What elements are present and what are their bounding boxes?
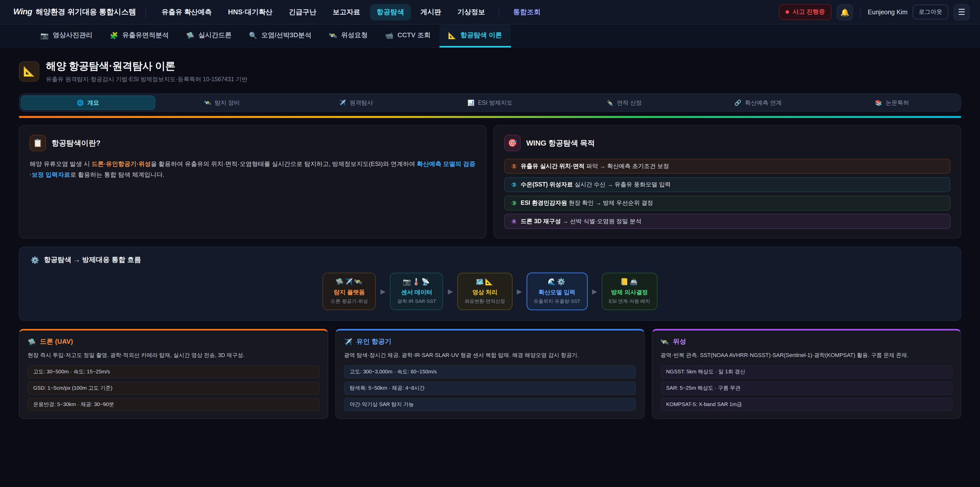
aircraft-spec-list: 고도: 300~3,000m · 속도: 60~150m/s 탐색폭: 5~50… (344, 365, 636, 411)
tab-remote-sensing[interactable]: ✈️ 원격탐사 (289, 96, 423, 110)
books-icon: 📚 (875, 99, 882, 106)
subnav-item-realtime-drone[interactable]: 🛸 실시간드론 (177, 24, 240, 48)
tab-area-calculation[interactable]: ✒️ 면적 산정 (557, 96, 691, 110)
camera-icon: 📷 (40, 31, 48, 39)
nav-divider (499, 6, 500, 18)
tab-label: 원격탐사 (350, 99, 373, 107)
subnav-label: 오염/선박3D분석 (261, 30, 311, 40)
chart-icon: 📊 (468, 99, 474, 106)
satellite-card-title: 🛰️ 위성 (660, 337, 953, 346)
platform-icons: 🛸✈️🛰️ (330, 278, 369, 286)
nav-item-spill-prediction[interactable]: 유출유 확산예측 (155, 4, 218, 20)
tab-papers-patents[interactable]: 📚 논문특허 (825, 96, 959, 110)
subnav-label: 항공탐색 이론 (460, 30, 502, 40)
gear-icon: ⚙️ (30, 256, 39, 264)
header-right: 사고 진행중 🔔 Eunjeong Kim 로그아웃 ☰ (779, 4, 970, 20)
goal-item-1: ① 유출유 실시간 위치·면적 파악 → 확산예측 초기조건 보정 (504, 159, 950, 174)
platform-cards-row: 🛸 드론 (UAV) 현장 즉시 투입·저고도 정밀 촬영. 광학·적외선 카메… (19, 329, 961, 418)
satellite-icon: 🛰️ (660, 338, 669, 345)
notifications-button[interactable]: 🔔 (837, 4, 853, 20)
user-divider (860, 6, 861, 18)
main-content: 📐 해양 항공탐색·원격탐사 이론 유출유 원격탐지·항공감시 기법·ESI 방… (0, 48, 980, 418)
incident-status-badge[interactable]: 사고 진행중 (779, 4, 832, 20)
triangle-ruler-icon: 📐 (23, 65, 35, 77)
subnav-item-satellite-request[interactable]: 🛰️ 위성요청 (320, 24, 376, 48)
circled-number-icon: ② (511, 181, 517, 188)
subnav-label: CCTV 조회 (397, 30, 431, 40)
spec-row: KOMPSAT-5: X-band SAR 1m급 (660, 398, 953, 411)
goal-list: ① 유출유 실시간 위치·면적 파악 → 확산예측 초기조건 보정 ② 수온(S… (504, 159, 950, 229)
subnav-item-pollution-ship-3d[interactable]: 🔍 오염/선박3D분석 (240, 24, 320, 48)
tab-label: 탐지 장비 (215, 99, 240, 107)
incident-status-label: 사고 진행중 (793, 8, 825, 16)
goal-text: 수온(SST) 위성자료 실시간 수신 → 유출유 풍화모델 입력 (520, 181, 671, 188)
platform-card-drone: 🛸 드론 (UAV) 현장 즉시 투입·저고도 정밀 촬영. 광학·적외선 카메… (19, 329, 328, 418)
subnav-item-cctv-view[interactable]: 📹 CCTV 조회 (376, 24, 439, 48)
sub-nav: 📷 영상사진관리 🧩 유출유면적분석 🛸 실시간드론 🔍 오염/선박3D분석 🛰… (0, 24, 980, 48)
map-ruler-icons: 🗺️📐 (465, 278, 505, 286)
tab-overview[interactable]: 🌐 개요 (21, 96, 155, 110)
nav-item-weather-info[interactable]: 기상정보 (451, 4, 492, 20)
app-logo[interactable]: Wing 해양환경 위기대응 통합시스템 (13, 7, 136, 17)
nav-item-aerial-search[interactable]: 항공탐색 (370, 4, 411, 20)
gradient-divider (19, 116, 961, 118)
drone-card-title: 🛸 드론 (UAV) (27, 337, 320, 346)
logout-button[interactable]: 로그아웃 (913, 5, 948, 19)
pen-icon: ✒️ (606, 99, 613, 106)
nav-item-reports[interactable]: 보고자료 (326, 4, 367, 20)
goals-card-head: 🎯 WING 항공탐색 목적 (504, 135, 950, 151)
subnav-label: 실시간드론 (198, 30, 231, 40)
sensor-icons: 📷🌡️📡 (397, 278, 436, 286)
app-title: 해양환경 위기대응 통합시스템 (36, 7, 136, 17)
ledger-ship-icons: 📒🚢 (609, 278, 650, 286)
overview-row: 📋 항공탐색이란? 해양 유류오염 발생 시 드론·유인항공기·위성을 활용하여… (19, 125, 961, 238)
aircraft-description: 광역 탐색·장시간 체공. 광학·IR·SAR·SLAR·UV 형광 센서 복합… (344, 351, 636, 359)
tab-detection-equipment[interactable]: 🛰️ 탐지 장비 (155, 96, 289, 110)
subnav-label: 위성요청 (341, 30, 368, 40)
wave-gear-icons: 🌊⚙️ (534, 278, 580, 286)
satellite-icon: 🛰️ (329, 31, 337, 39)
spec-row: 고도: 300~3,000m · 속도: 60~150m/s (344, 365, 636, 378)
tab-label: 면적 산정 (617, 99, 642, 107)
spec-row: 야간·악기상 SAR 탐지 가능 (344, 398, 636, 411)
target-icon-box: 🎯 (504, 135, 520, 151)
goals-title: WING 항공탐색 목적 (526, 138, 595, 148)
page-title: 해양 항공탐색·원격탐사 이론 (46, 59, 248, 73)
bell-icon: 🔔 (840, 8, 850, 16)
tab-esi-map[interactable]: 📊 ESI 방제지도 (423, 96, 557, 110)
flow-step-platforms: 🛸✈️🛰️ 탐지 플랫폼 드론·항공기·위성 (323, 273, 376, 310)
flow-row: 🛸✈️🛰️ 탐지 플랫폼 드론·항공기·위성 ▶ 📷🌡️📡 센서 데이터 광학·… (30, 273, 950, 310)
circled-number-icon: ④ (511, 218, 517, 225)
main-nav: 유출유 확산예측 HNS·대기확산 긴급구난 보고자료 항공탐색 게시판 기상정… (155, 4, 547, 20)
nav-item-integrated-search[interactable]: 통합조회 (507, 4, 547, 20)
tab-prediction-linkage[interactable]: 🔗 확산예측 연계 (691, 96, 825, 110)
platform-card-manned-aircraft: ✈️ 유인 항공기 광역 탐색·장시간 체공. 광학·IR·SAR·SLAR·U… (335, 329, 645, 418)
app-root: Wing 해양환경 위기대응 통합시스템 유출유 확산예측 HNS·대기확산 긴… (0, 0, 980, 487)
overview-title: 항공탐색이란? (52, 138, 100, 148)
video-camera-icon: 📹 (385, 31, 393, 39)
hamburger-icon: ☰ (958, 7, 966, 17)
spec-row: GSD: 1~5cm/px (100m 고도 기준) (27, 381, 320, 394)
goal-text: ESI 환경민감자원 현장 확인 → 방제 우선순위 결정 (520, 199, 653, 207)
top-header: Wing 해양환경 위기대응 통합시스템 유출유 확산예측 HNS·대기확산 긴… (0, 0, 980, 24)
airplane-icon: ✈️ (344, 338, 352, 345)
alert-dot-icon (786, 10, 789, 14)
menu-button[interactable]: ☰ (953, 4, 970, 20)
drone-spec-list: 고도: 30~500m · 속도: 15~25m/s GSD: 1~5cm/px… (27, 365, 320, 411)
nav-item-hns-diffusion[interactable]: HNS·대기확산 (221, 4, 279, 20)
nav-item-emergency-rescue[interactable]: 긴급구난 (282, 4, 323, 20)
subnav-item-spill-area-analysis[interactable]: 🧩 유출유면적분석 (101, 24, 177, 48)
tab-label: 확산예측 연계 (745, 99, 782, 107)
page-head: 📐 해양 항공탐색·원격탐사 이론 유출유 원격탐지·항공감시 기법·ESI 방… (19, 59, 961, 83)
clipboard-icon-box: 📋 (30, 135, 46, 151)
subnav-item-image-photo-management[interactable]: 📷 영상사진관리 (32, 24, 101, 48)
flow-step-image-processing: 🗺️📐 영상 처리 좌표변환·면적산정 (458, 273, 512, 310)
puzzle-icon: 🧩 (110, 31, 118, 39)
overview-text: 로 활용하는 통합 탐색 체계입니다. (70, 171, 164, 178)
goal-text: 드론 3D 재구성 → 선박 식별·오염원 정밀 분석 (520, 217, 641, 225)
spec-row: 탐색폭: 5~50km · 체공: 4~8시간 (344, 381, 636, 394)
subnav-item-aerial-search-theory[interactable]: 📐 항공탐색 이론 (439, 24, 511, 48)
nav-item-board[interactable]: 게시판 (414, 4, 448, 20)
subnav-label: 유출유면적분석 (122, 30, 169, 40)
magnifier-icon: 🔍 (249, 31, 257, 39)
